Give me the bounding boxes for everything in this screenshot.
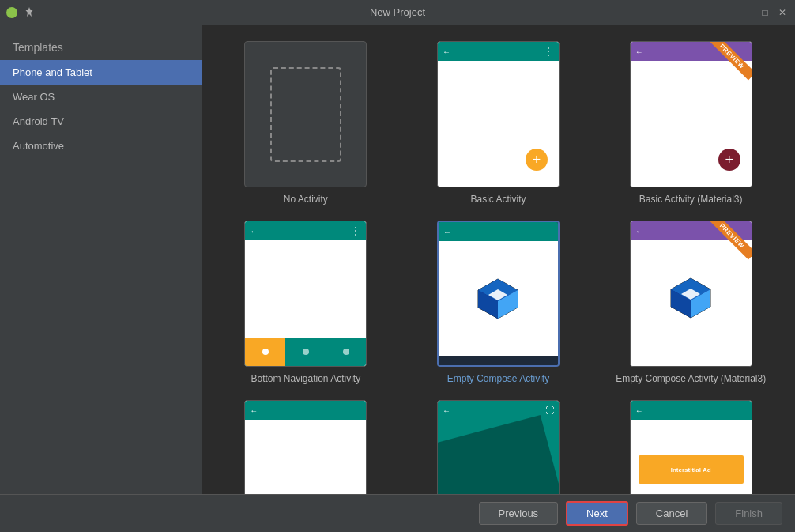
basic-topbar: ← ⋮	[438, 42, 559, 61]
preview-ribbon: PREVIEW	[704, 42, 752, 89]
basic-activity-label: Basic Activity	[470, 194, 526, 205]
empty-views-mock: ←	[245, 401, 366, 494]
window-controls[interactable]: — □ ✕	[741, 6, 789, 19]
nav-dot-3	[343, 349, 349, 355]
pin-icon	[24, 7, 35, 18]
no-activity-preview	[244, 41, 367, 187]
bottom-nav-label: Bottom Navigation Activity	[251, 373, 360, 384]
previous-button[interactable]: Previous	[479, 502, 559, 525]
basic-fab: +	[526, 149, 548, 171]
compose-topbar: ←	[439, 222, 558, 241]
preview-ribbon-text: PREVIEW	[708, 42, 751, 81]
no-activity-label: No Activity	[284, 194, 328, 205]
templates-content: No Activity ← ⋮ + Basic Activity	[202, 25, 795, 494]
finish-button[interactable]: Finish	[715, 502, 782, 525]
compose-m3-ribbon: PREVIEW	[704, 221, 752, 269]
fullscreen-mock: ← ⛶	[438, 401, 559, 494]
sidebar-header: Templates	[0, 32, 202, 60]
bottom-navigation-bar	[245, 338, 366, 366]
ad-topbar: ←	[631, 401, 752, 420]
empty-compose-mock: ←	[439, 222, 558, 365]
no-activity-dashed-box	[270, 67, 341, 162]
templates-grid: No Activity ← ⋮ + Basic Activity	[217, 41, 779, 494]
sidebar-item-wear-os[interactable]: Wear OS	[0, 85, 202, 109]
compose-m3-ribbon-text: PREVIEW	[708, 221, 751, 260]
sidebar-item-phone-tablet[interactable]: Phone and Tablet	[0, 60, 202, 85]
empty-compose-m3-preview: ← PREVIEW	[630, 221, 752, 367]
empty-views-topbar: ←	[245, 401, 366, 420]
nav-dot-2	[303, 349, 309, 355]
cancel-button[interactable]: Cancel	[636, 502, 707, 525]
ad-preview: ← Interstitial Ad	[630, 400, 752, 494]
template-ad[interactable]: ← Interstitial Ad Goo	[602, 400, 779, 494]
footer: Previous Next Cancel Finish	[0, 494, 795, 532]
sidebar: Templates Phone and Tablet Wear OS Andro…	[0, 25, 202, 494]
sidebar-item-android-tv[interactable]: Android TV	[0, 109, 202, 134]
bottom-nav-mock: ← ⋮	[245, 221, 366, 366]
template-empty-views[interactable]: ← Empty Views Activity	[217, 400, 394, 494]
template-empty-compose-m3[interactable]: ← PREVIEW	[602, 221, 779, 384]
bottom-nav-item-2	[285, 338, 326, 366]
next-button[interactable]: Next	[566, 501, 628, 526]
basic-m3-preview: ← + PREVIEW	[630, 41, 752, 187]
fullscreen-preview: ← ⛶	[437, 400, 560, 494]
close-button[interactable]: ✕	[776, 6, 789, 19]
empty-compose-m3-label: Empty Compose Activity (Material3)	[616, 373, 766, 384]
basic-activity-preview: ← ⋮ +	[437, 41, 560, 187]
compose-cube-icon	[474, 275, 522, 323]
nav-dot-1	[262, 349, 269, 355]
topbar-dots: ⋮	[543, 45, 554, 58]
compose-m3-cube-icon	[667, 274, 714, 322]
bottom-nav-topbar: ← ⋮	[245, 221, 366, 240]
template-empty-compose[interactable]: ←	[410, 221, 587, 384]
fullscreen-diagonal	[438, 415, 559, 494]
empty-compose-preview: ←	[437, 221, 560, 367]
empty-compose-label: Empty Compose Activity	[447, 373, 549, 384]
empty-views-preview: ←	[244, 400, 367, 494]
app-icon	[6, 7, 17, 18]
fullscreen-topbar: ← ⛶	[438, 401, 559, 420]
main-content: Templates Phone and Tablet Wear OS Andro…	[0, 25, 795, 494]
template-fullscreen[interactable]: ← ⛶ Fullscreen Activity	[410, 400, 587, 494]
template-no-activity[interactable]: No Activity	[217, 41, 394, 205]
template-basic-m3[interactable]: ← + PREVIEW Basic Activity (Material3)	[602, 41, 779, 205]
minimize-button[interactable]: —	[741, 6, 754, 19]
title-bar: New Project — □ ✕	[0, 0, 795, 25]
ad-mock: ← Interstitial Ad	[631, 401, 752, 494]
ad-banner: Interstitial Ad	[639, 455, 744, 484]
basic-m3-label: Basic Activity (Material3)	[639, 194, 743, 205]
template-bottom-nav[interactable]: ← ⋮	[217, 221, 394, 384]
m3-fab: +	[718, 149, 740, 171]
sidebar-item-automotive[interactable]: Automotive	[0, 134, 202, 158]
basic-m3-mock: ← + PREVIEW	[631, 42, 752, 187]
window-title: New Project	[370, 6, 425, 18]
bottom-nav-item-3	[326, 338, 366, 366]
compose-body	[439, 241, 558, 356]
maximize-button[interactable]: □	[759, 6, 771, 19]
bottom-nav-item-1	[245, 338, 285, 366]
bottom-nav-preview: ← ⋮	[244, 221, 367, 367]
bottom-nav-body	[245, 240, 366, 339]
empty-views-body	[245, 420, 366, 494]
title-bar-icons	[6, 7, 35, 18]
empty-compose-m3-mock: ← PREVIEW	[631, 221, 752, 366]
template-basic-activity[interactable]: ← ⋮ + Basic Activity	[410, 41, 587, 205]
bottom-nav-dots: ⋮	[350, 224, 361, 237]
ad-body: Interstitial Ad	[631, 420, 752, 494]
basic-activity-mock: ← ⋮ +	[438, 42, 559, 187]
